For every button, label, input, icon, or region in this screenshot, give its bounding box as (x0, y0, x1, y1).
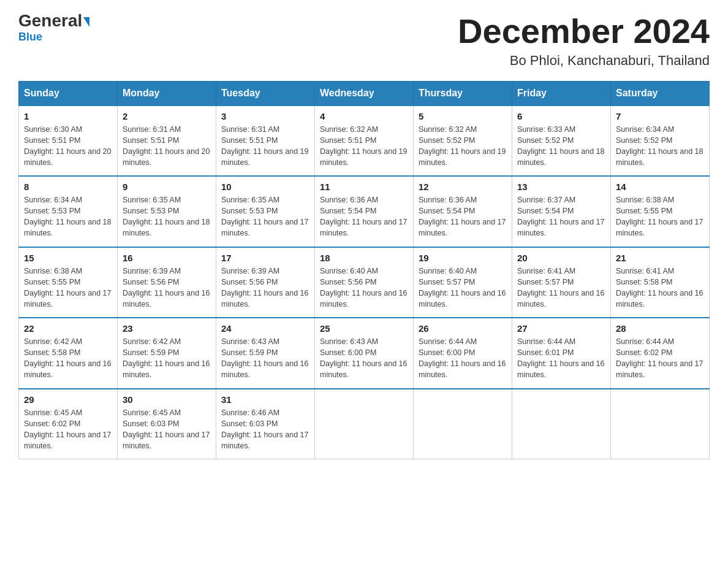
day-info: Sunrise: 6:35 AMSunset: 5:53 PMDaylight:… (123, 194, 211, 239)
calendar-cell: 6Sunrise: 6:33 AMSunset: 5:52 PMDaylight… (512, 105, 611, 177)
day-info: Sunrise: 6:46 AMSunset: 6:03 PMDaylight:… (221, 407, 309, 452)
day-info: Sunrise: 6:38 AMSunset: 5:55 PMDaylight:… (24, 266, 112, 310)
day-number: 12 (419, 182, 507, 192)
calendar-cell: 20Sunrise: 6:41 AMSunset: 5:57 PMDayligh… (512, 247, 611, 318)
day-number: 20 (517, 253, 605, 263)
day-number: 18 (320, 253, 408, 263)
calendar-cell: 2Sunrise: 6:31 AMSunset: 5:51 PMDaylight… (118, 105, 216, 177)
calendar-cell: 9Sunrise: 6:35 AMSunset: 5:53 PMDaylight… (118, 176, 216, 247)
day-number: 21 (616, 253, 704, 263)
day-info: Sunrise: 6:34 AMSunset: 5:52 PMDaylight:… (616, 124, 704, 169)
day-number: 9 (123, 182, 211, 192)
weekday-header-wednesday: Wednesday (315, 81, 414, 105)
day-info: Sunrise: 6:34 AMSunset: 5:53 PMDaylight:… (24, 194, 112, 239)
calendar-cell: 8Sunrise: 6:34 AMSunset: 5:53 PMDaylight… (19, 176, 118, 247)
calendar-cell: 1Sunrise: 6:30 AMSunset: 5:51 PMDaylight… (19, 105, 118, 177)
day-number: 7 (616, 111, 704, 121)
day-number: 26 (419, 323, 507, 334)
calendar-cell: 13Sunrise: 6:37 AMSunset: 5:54 PMDayligh… (512, 176, 611, 247)
day-info: Sunrise: 6:43 AMSunset: 6:00 PMDaylight:… (320, 336, 408, 381)
page-header: General Blue December 2024 Bo Phloi, Kan… (18, 12, 710, 69)
day-number: 29 (24, 394, 112, 405)
day-number: 30 (123, 394, 211, 405)
calendar-cell: 22Sunrise: 6:42 AMSunset: 5:58 PMDayligh… (19, 318, 118, 389)
calendar-cell: 16Sunrise: 6:39 AMSunset: 5:56 PMDayligh… (118, 247, 216, 318)
day-number: 14 (616, 182, 704, 192)
day-info: Sunrise: 6:31 AMSunset: 5:51 PMDaylight:… (123, 124, 211, 169)
calendar-cell: 21Sunrise: 6:41 AMSunset: 5:58 PMDayligh… (611, 247, 710, 318)
day-number: 2 (123, 111, 211, 121)
day-info: Sunrise: 6:45 AMSunset: 6:02 PMDaylight:… (24, 407, 112, 452)
calendar-cell: 14Sunrise: 6:38 AMSunset: 5:55 PMDayligh… (611, 176, 710, 247)
month-title: December 2024 (458, 12, 710, 50)
day-info: Sunrise: 6:42 AMSunset: 5:58 PMDaylight:… (24, 336, 112, 381)
weekday-header-friday: Friday (512, 81, 611, 105)
logo-blue: Blue (18, 31, 42, 44)
day-info: Sunrise: 6:44 AMSunset: 6:00 PMDaylight:… (419, 336, 507, 381)
day-info: Sunrise: 6:42 AMSunset: 5:59 PMDaylight:… (123, 336, 211, 381)
calendar-cell (611, 389, 710, 459)
day-info: Sunrise: 6:33 AMSunset: 5:52 PMDaylight:… (517, 124, 605, 169)
calendar-cell: 25Sunrise: 6:43 AMSunset: 6:00 PMDayligh… (315, 318, 414, 389)
calendar-cell: 24Sunrise: 6:43 AMSunset: 5:59 PMDayligh… (216, 318, 315, 389)
calendar-cell: 31Sunrise: 6:46 AMSunset: 6:03 PMDayligh… (216, 389, 315, 459)
day-info: Sunrise: 6:44 AMSunset: 6:01 PMDaylight:… (517, 336, 605, 381)
calendar-cell: 10Sunrise: 6:35 AMSunset: 5:53 PMDayligh… (216, 176, 315, 247)
week-row-1: 1Sunrise: 6:30 AMSunset: 5:51 PMDaylight… (19, 105, 710, 177)
calendar-cell: 7Sunrise: 6:34 AMSunset: 5:52 PMDaylight… (611, 105, 710, 177)
day-info: Sunrise: 6:41 AMSunset: 5:57 PMDaylight:… (517, 266, 605, 310)
day-number: 24 (221, 323, 309, 334)
day-info: Sunrise: 6:32 AMSunset: 5:52 PMDaylight:… (419, 124, 507, 169)
day-info: Sunrise: 6:32 AMSunset: 5:51 PMDaylight:… (320, 124, 408, 169)
week-row-2: 8Sunrise: 6:34 AMSunset: 5:53 PMDaylight… (19, 176, 710, 247)
logo-triangle-icon (83, 17, 89, 27)
day-number: 31 (221, 394, 309, 405)
calendar-cell: 18Sunrise: 6:40 AMSunset: 5:56 PMDayligh… (315, 247, 414, 318)
day-info: Sunrise: 6:40 AMSunset: 5:57 PMDaylight:… (419, 266, 507, 310)
week-row-5: 29Sunrise: 6:45 AMSunset: 6:02 PMDayligh… (19, 389, 710, 459)
day-info: Sunrise: 6:44 AMSunset: 6:02 PMDaylight:… (616, 336, 704, 381)
day-info: Sunrise: 6:37 AMSunset: 5:54 PMDaylight:… (517, 194, 605, 239)
day-number: 1 (24, 111, 112, 121)
day-number: 15 (24, 253, 112, 263)
day-info: Sunrise: 6:40 AMSunset: 5:56 PMDaylight:… (320, 266, 408, 310)
calendar-cell: 27Sunrise: 6:44 AMSunset: 6:01 PMDayligh… (512, 318, 611, 389)
calendar-cell: 23Sunrise: 6:42 AMSunset: 5:59 PMDayligh… (118, 318, 216, 389)
calendar-cell: 26Sunrise: 6:44 AMSunset: 6:00 PMDayligh… (414, 318, 512, 389)
location: Bo Phloi, Kanchanaburi, Thailand (458, 53, 710, 69)
title-section: December 2024 Bo Phloi, Kanchanaburi, Th… (458, 12, 710, 69)
calendar-cell: 30Sunrise: 6:45 AMSunset: 6:03 PMDayligh… (118, 389, 216, 459)
calendar-table: SundayMondayTuesdayWednesdayThursdayFrid… (18, 81, 710, 460)
day-number: 11 (320, 182, 408, 192)
day-number: 13 (517, 182, 605, 192)
calendar-cell: 4Sunrise: 6:32 AMSunset: 5:51 PMDaylight… (315, 105, 414, 177)
calendar-cell: 29Sunrise: 6:45 AMSunset: 6:02 PMDayligh… (19, 389, 118, 459)
weekday-header-thursday: Thursday (414, 81, 512, 105)
day-number: 22 (24, 323, 112, 334)
logo: General Blue (18, 12, 89, 44)
weekday-header-tuesday: Tuesday (216, 81, 315, 105)
calendar-cell (315, 389, 414, 459)
day-info: Sunrise: 6:41 AMSunset: 5:58 PMDaylight:… (616, 266, 704, 310)
calendar-cell: 11Sunrise: 6:36 AMSunset: 5:54 PMDayligh… (315, 176, 414, 247)
day-info: Sunrise: 6:38 AMSunset: 5:55 PMDaylight:… (616, 194, 704, 239)
day-info: Sunrise: 6:39 AMSunset: 5:56 PMDaylight:… (221, 266, 309, 310)
day-info: Sunrise: 6:39 AMSunset: 5:56 PMDaylight:… (123, 266, 211, 310)
day-number: 23 (123, 323, 211, 334)
calendar-cell: 12Sunrise: 6:36 AMSunset: 5:54 PMDayligh… (414, 176, 512, 247)
day-number: 19 (419, 253, 507, 263)
weekday-header-row: SundayMondayTuesdayWednesdayThursdayFrid… (19, 81, 710, 105)
day-number: 5 (419, 111, 507, 121)
day-info: Sunrise: 6:35 AMSunset: 5:53 PMDaylight:… (221, 194, 309, 239)
day-number: 6 (517, 111, 605, 121)
day-info: Sunrise: 6:36 AMSunset: 5:54 PMDaylight:… (320, 194, 408, 239)
day-number: 16 (123, 253, 211, 263)
day-number: 25 (320, 323, 408, 334)
calendar-cell: 15Sunrise: 6:38 AMSunset: 5:55 PMDayligh… (19, 247, 118, 318)
weekday-header-sunday: Sunday (19, 81, 118, 105)
weekday-header-monday: Monday (118, 81, 216, 105)
calendar-cell: 5Sunrise: 6:32 AMSunset: 5:52 PMDaylight… (414, 105, 512, 177)
day-number: 27 (517, 323, 605, 334)
calendar-cell: 3Sunrise: 6:31 AMSunset: 5:51 PMDaylight… (216, 105, 315, 177)
calendar-cell (414, 389, 512, 459)
